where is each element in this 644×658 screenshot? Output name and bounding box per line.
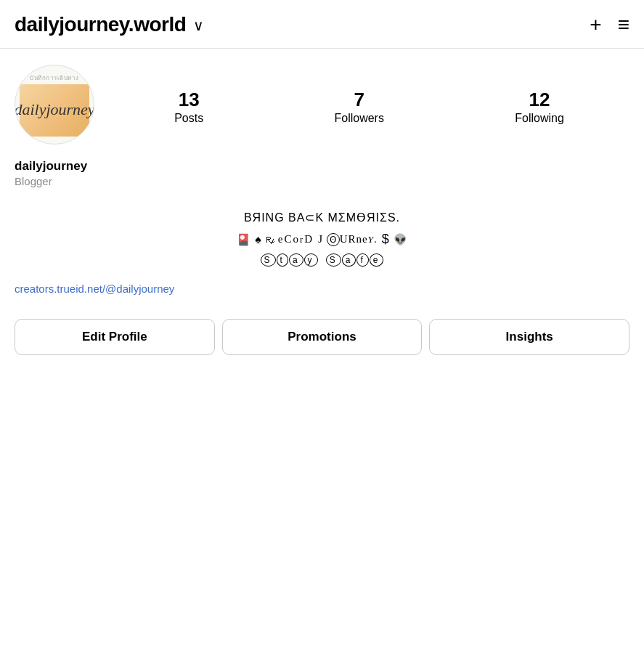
username-display[interactable]: dailyjourney.world [15,13,186,36]
avatar-content: บันทึกการเดินทาง dailyjourney [20,73,89,137]
header-left: dailyjourney.world ∨ [15,13,204,36]
bio-journey-text: J ʘURneY. [318,233,378,245]
bio-emoji-cards: 🎴 [237,233,250,246]
profile-section: บันทึกการเดินทาง dailyjourney 13 Posts 7… [0,49,644,156]
header: dailyjourney.world ∨ + ≡ [0,0,644,49]
following-count: 12 [529,90,550,109]
bio-line2: 🎴 ♠ ꝶeCorD J ʘURneY. $ 👽 [15,232,629,247]
profile-category: Blogger [15,175,629,187]
edit-profile-button[interactable]: Edit Profile [15,319,215,355]
tagline-text: BЯING BA⊂K MΣMӨЯIΣS. [244,211,400,224]
action-buttons: Edit Profile Promotions Insights [0,313,644,370]
posts-count: 13 [179,90,200,109]
stat-posts[interactable]: 13 Posts [174,90,203,125]
bio-emoji-alien: 👽 [394,233,407,246]
bio-tagline: BЯING BA⊂K MΣMӨЯIΣS. [15,211,629,224]
avatar[interactable]: บันทึกการเดินทาง dailyjourney [15,65,94,145]
avatar-logo-text: dailyjourney [15,100,94,119]
followers-count: 7 [354,90,364,109]
avatar-subtitle: บันทึกการเดินทาง [30,73,79,83]
bio-content: BЯING BA⊂K MΣMӨЯIΣS. 🎴 ♠ ꝶeCorD J ʘURneY… [0,211,644,277]
stats-container: 13 Posts 7 Followers 12 Following [109,84,629,125]
bio-record-text: ꝶeCorD [266,233,314,245]
stat-followers[interactable]: 7 Followers [334,90,383,125]
bio-spade: ♠ [255,233,261,246]
posts-label: Posts [174,112,203,125]
avatar-logo: dailyjourney [20,84,89,137]
chevron-down-icon[interactable]: ∨ [193,17,204,34]
bio-section: dailyjourney Blogger [0,156,644,211]
profile-link[interactable]: creators.trueid.net/@dailyjourney [15,283,174,295]
followers-label: Followers [334,112,383,125]
following-label: Following [515,112,564,125]
bio-line3: Stay Safe [15,253,629,265]
avatar-inner: บันทึกการเดินทาง dailyjourney [20,76,89,134]
bio-dollar: $ [382,232,389,247]
profile-name: dailyjourney [15,159,629,174]
promotions-button[interactable]: Promotions [222,319,423,355]
stat-following[interactable]: 12 Following [515,90,564,125]
header-icons: + ≡ [590,13,629,36]
menu-icon[interactable]: ≡ [618,13,629,36]
add-icon[interactable]: + [590,13,601,36]
insights-button[interactable]: Insights [429,319,629,355]
bio-link-section: creators.trueid.net/@dailyjourney [0,277,644,313]
bio-stay-safe: Stay Safe [261,253,384,265]
